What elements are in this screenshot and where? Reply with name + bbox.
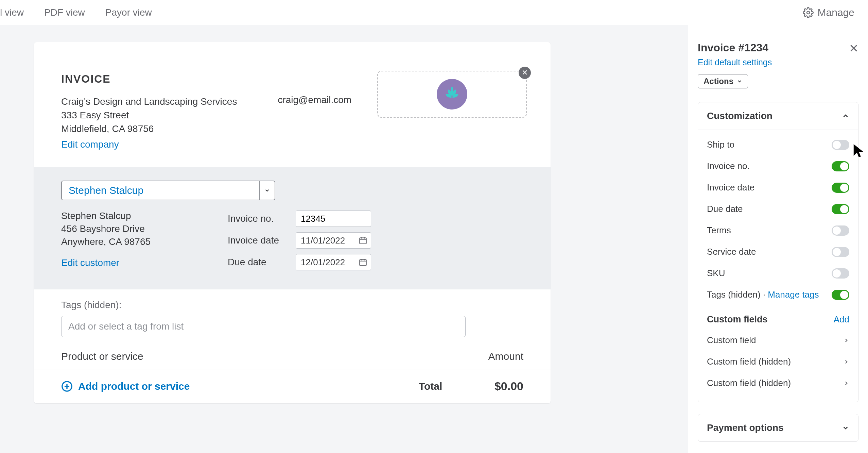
toggle-row-sku: SKU <box>707 263 849 284</box>
chevron-right-icon <box>843 337 849 343</box>
due-date-input[interactable]: 12/01/2022 <box>296 254 371 270</box>
toggle-label: Due date <box>707 204 832 214</box>
edit-company-link[interactable]: Edit company <box>61 139 237 150</box>
close-panel-button[interactable]: ✕ <box>849 41 858 55</box>
tab-email-view[interactable]: l view <box>0 7 24 18</box>
edit-default-settings-link[interactable]: Edit default settings <box>698 57 772 67</box>
chevron-up-icon <box>842 112 849 120</box>
toggle-row-service-date: Service date <box>707 241 849 263</box>
customization-accordion: Customization Ship to Invoice no. Invoic… <box>698 102 858 402</box>
toggle-label: Invoice date <box>707 182 832 193</box>
custom-field-label: Custom field (hidden) <box>707 378 791 388</box>
actions-label: Actions <box>704 77 733 86</box>
invoice-no-input[interactable] <box>296 211 371 227</box>
toggle-label: Tags (hidden) · Manage tags <box>707 289 832 300</box>
calendar-icon <box>359 236 367 245</box>
invoice-date-value: 11/01/2022 <box>301 235 345 246</box>
chevron-down-icon <box>842 424 849 432</box>
invoice-date-input[interactable]: 11/01/2022 <box>296 232 371 249</box>
invoice-card: INVOICE Craig's Design and Landscaping S… <box>34 42 551 403</box>
invoice-no-label: Invoice no. <box>228 213 296 224</box>
chevron-down-icon <box>264 187 270 194</box>
toggle-row-ship-to: Ship to <box>707 134 849 155</box>
topbar: l view PDF view Payor view Manage <box>0 0 868 25</box>
svg-rect-2 <box>360 259 366 265</box>
add-product-label: Add product or service <box>78 381 190 392</box>
chevron-down-icon <box>737 79 742 84</box>
toggle-switch[interactable] <box>832 290 849 300</box>
toggle-switch[interactable] <box>832 161 849 171</box>
tab-payor-view[interactable]: Payor view <box>105 7 152 18</box>
plus-circle-icon <box>61 381 73 392</box>
tab-pdf-view[interactable]: PDF view <box>44 7 85 18</box>
add-custom-field-link[interactable]: Add <box>834 314 849 325</box>
logo-dropzone[interactable]: ✕ <box>377 71 527 118</box>
toggle-label: Invoice no. <box>707 161 832 171</box>
actions-button[interactable]: Actions <box>698 74 748 88</box>
due-date-label: Due date <box>228 257 296 268</box>
toggle-switch[interactable] <box>832 183 849 193</box>
close-icon: ✕ <box>522 68 528 77</box>
toggle-label: SKU <box>707 268 832 279</box>
remove-logo-button[interactable]: ✕ <box>519 67 531 79</box>
toggle-switch[interactable] <box>832 204 849 214</box>
tags-placeholder: Add or select a tag from list <box>68 321 184 332</box>
toggle-label: Ship to <box>707 139 832 150</box>
due-date-value: 12/01/2022 <box>301 257 345 268</box>
customer-street: 456 Bayshore Drive <box>61 223 228 234</box>
customization-title: Customization <box>707 111 772 121</box>
chevron-right-icon <box>843 380 849 386</box>
calendar-icon <box>359 258 367 267</box>
gear-icon <box>803 7 814 18</box>
manage-link[interactable]: Manage <box>803 7 854 18</box>
payment-options-header[interactable]: Payment options <box>698 414 858 441</box>
custom-field-row[interactable]: Custom field <box>707 330 849 351</box>
customization-header[interactable]: Customization <box>698 102 858 130</box>
edit-customer-link[interactable]: Edit customer <box>61 257 228 268</box>
customer-name: Stephen Stalcup <box>61 211 228 221</box>
toggle-switch[interactable] <box>832 247 849 257</box>
customer-citystate: Anywhere, CA 98765 <box>61 236 228 247</box>
company-street: 333 Easy Street <box>61 110 237 121</box>
custom-field-label: Custom field <box>707 335 756 346</box>
toggle-label: Terms <box>707 225 832 236</box>
toggle-switch[interactable] <box>832 225 849 236</box>
customer-select[interactable]: Stephen Stalcup <box>61 181 275 200</box>
right-panel: Invoice #1234 Edit default settings Acti… <box>688 25 868 453</box>
custom-field-row[interactable]: Custom field (hidden) <box>707 351 849 372</box>
payment-options-accordion: Payment options <box>698 414 858 442</box>
lotus-icon <box>442 85 462 104</box>
tags-input[interactable]: Add or select a tag from list <box>61 316 466 337</box>
canvas-area: INVOICE Craig's Design and Landscaping S… <box>0 25 688 453</box>
close-icon: ✕ <box>849 42 858 55</box>
toggle-switch[interactable] <box>832 268 849 279</box>
toggle-switch[interactable] <box>832 140 849 150</box>
chevron-right-icon <box>843 359 849 365</box>
invoice-date-label: Invoice date <box>228 235 296 246</box>
custom-fields-title: Custom fields <box>707 314 834 325</box>
total-amount: $0.00 <box>494 380 523 393</box>
toggle-row-terms: Terms <box>707 220 849 241</box>
toggle-label: Service date <box>707 247 832 257</box>
logo-image <box>437 79 467 110</box>
custom-field-row[interactable]: Custom field (hidden) <box>707 372 849 394</box>
column-amount: Amount <box>449 351 523 362</box>
manage-label: Manage <box>818 7 854 18</box>
customer-select-dropdown-button[interactable] <box>259 181 275 200</box>
invoice-title: INVOICE <box>61 73 237 85</box>
tags-label: Tags (hidden): <box>61 300 523 311</box>
company-name: Craig's Design and Landscaping Services <box>61 96 237 107</box>
panel-title: Invoice #1234 <box>698 41 772 54</box>
toggle-row-invoice-date: Invoice date <box>707 177 849 198</box>
manage-tags-link[interactable]: Manage tags <box>768 289 819 300</box>
svg-point-0 <box>807 11 810 14</box>
toggle-row-invoice-no-: Invoice no. <box>707 155 849 177</box>
add-product-button[interactable]: Add product or service <box>61 381 190 392</box>
payment-options-title: Payment options <box>707 422 784 433</box>
customer-select-value: Stephen Stalcup <box>62 181 259 200</box>
toggle-row-tags-hidden: Tags (hidden) · Manage tags <box>707 284 849 305</box>
total-label: Total <box>366 381 494 392</box>
toggle-row-due-date: Due date <box>707 198 849 220</box>
company-citystate: Middlefield, CA 98756 <box>61 123 237 134</box>
company-email: craig@email.com <box>278 73 351 150</box>
